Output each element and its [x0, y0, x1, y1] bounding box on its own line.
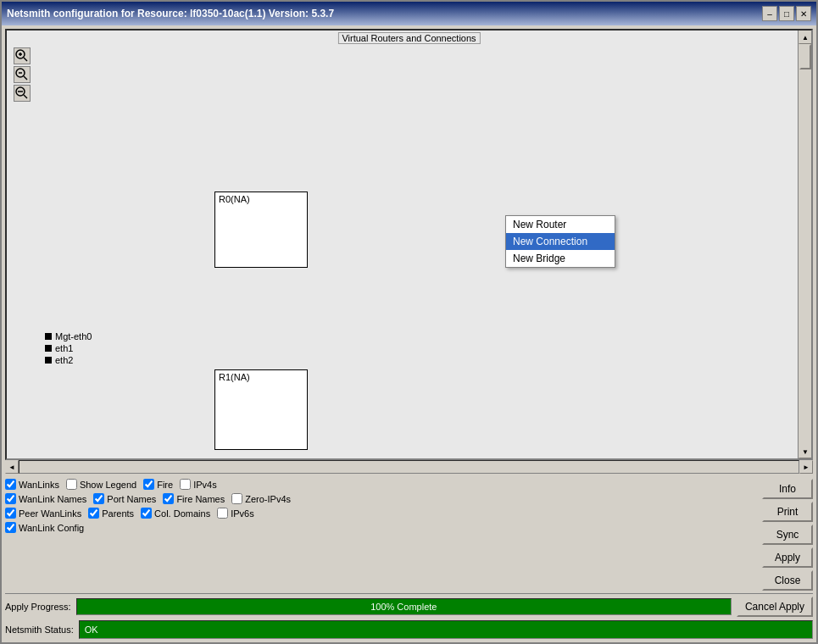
- node-eth2: eth2: [45, 355, 92, 365]
- apply-progress-row: Apply Progress: 100% Complete Cancel App…: [5, 597, 813, 617]
- zoom-controls: [14, 47, 31, 102]
- context-menu-new-router[interactable]: New Router: [506, 216, 615, 233]
- checkbox-fire-names-label: Fire Names: [176, 494, 225, 504]
- checkbox-wanlinks-label: WanLinks: [19, 480, 59, 490]
- checkbox-row-2: WanLink Names Port Names Fire Names: [5, 493, 759, 504]
- checkbox-port-names-input[interactable]: [93, 493, 104, 504]
- checkbox-peer-wanlinks-input[interactable]: [5, 508, 16, 519]
- cancel-apply-button[interactable]: Cancel Apply: [737, 597, 813, 617]
- router-r1-label: R1(NA): [215, 370, 307, 384]
- checkbox-col-domains-input[interactable]: [141, 508, 152, 519]
- apply-button[interactable]: Apply: [762, 547, 813, 568]
- main-window: Netsmith configuration for Resource: lf0…: [0, 0, 818, 644]
- checkbox-show-legend[interactable]: Show Legend: [66, 479, 136, 490]
- node-mgt-eth0-label: Mgt-eth0: [55, 331, 92, 341]
- netsmith-status-row: Netsmith Status: OK: [5, 620, 813, 639]
- checkbox-wanlink-names-input[interactable]: [5, 493, 16, 504]
- checkbox-wanlink-names-label: WanLink Names: [19, 494, 86, 504]
- zoom-reset-button[interactable]: [14, 66, 31, 83]
- main-content: Virtual Routers and Connections R0(NA): [2, 25, 816, 642]
- checkbox-port-names[interactable]: Port Names: [93, 493, 156, 504]
- checkbox-fire-label: Fire: [157, 480, 173, 490]
- maximize-button[interactable]: □: [779, 6, 794, 21]
- scroll-up-button[interactable]: ▲: [799, 31, 812, 44]
- checkbox-ipv6s-label: IPv6s: [231, 508, 254, 519]
- node-eth2-icon: [45, 357, 52, 364]
- checkbox-wanlink-names[interactable]: WanLink Names: [5, 493, 86, 504]
- close-button[interactable]: ✕: [796, 6, 811, 21]
- scroll-right-button[interactable]: ►: [799, 460, 813, 474]
- checkbox-ipv4s[interactable]: IPv4s: [180, 479, 217, 490]
- sync-button[interactable]: Sync: [762, 525, 813, 545]
- checkbox-col-domains[interactable]: Col. Domains: [141, 508, 210, 519]
- checkbox-fire-names[interactable]: Fire Names: [163, 493, 225, 504]
- checkbox-zero-ipv4s[interactable]: Zero-IPv4s: [231, 493, 291, 504]
- scroll-track-h[interactable]: [19, 460, 799, 474]
- checkbox-fire-input[interactable]: [143, 479, 154, 490]
- print-button[interactable]: Print: [762, 502, 813, 522]
- context-menu-new-connection[interactable]: New Connection: [506, 233, 615, 250]
- apply-progress-label: Apply Progress:: [5, 602, 71, 612]
- checkbox-peer-wanlinks[interactable]: Peer WanLinks: [5, 508, 81, 519]
- svg-line-1: [24, 58, 27, 61]
- minimize-button[interactable]: –: [762, 6, 777, 21]
- separator-1: [5, 593, 813, 594]
- checkbox-zero-ipv4s-label: Zero-IPv4s: [245, 494, 291, 504]
- checkbox-ipv6s[interactable]: IPv6s: [217, 508, 254, 519]
- checkbox-wanlinks[interactable]: WanLinks: [5, 479, 59, 490]
- checkbox-col-domains-label: Col. Domains: [154, 508, 210, 519]
- checkbox-show-legend-label: Show Legend: [80, 480, 136, 490]
- checkbox-show-legend-input[interactable]: [66, 479, 77, 490]
- checkbox-row-1: WanLinks Show Legend Fire IPv4s: [5, 479, 759, 490]
- node-eth2-label: eth2: [55, 355, 73, 365]
- scroll-down-button[interactable]: ▼: [799, 445, 812, 458]
- router-r0-label: R0(NA): [215, 192, 307, 206]
- netsmith-status-value: OK: [79, 620, 813, 639]
- info-button[interactable]: Info: [762, 479, 813, 499]
- checkbox-ipv4s-label: IPv4s: [193, 480, 217, 490]
- bottom-panel: WanLinks Show Legend Fire IPv4s: [2, 475, 816, 642]
- checkbox-parents-input[interactable]: [88, 508, 99, 519]
- canvas-label: Virtual Routers and Connections: [337, 32, 480, 44]
- checkbox-wanlinks-input[interactable]: [5, 479, 16, 490]
- checkbox-parents[interactable]: Parents: [88, 508, 134, 519]
- progress-text: 100% Complete: [370, 602, 437, 612]
- checkbox-ipv6s-input[interactable]: [217, 508, 228, 519]
- node-eth1: eth1: [45, 343, 92, 353]
- window-title: Netsmith configuration for Resource: lf0…: [7, 8, 334, 19]
- checkbox-row-4: WanLink Config: [5, 522, 759, 533]
- checkbox-fire-names-input[interactable]: [163, 493, 174, 504]
- zoom-out-button[interactable]: [14, 85, 31, 102]
- checkbox-ipv4s-input[interactable]: [180, 479, 191, 490]
- checkbox-fire[interactable]: Fire: [143, 479, 173, 490]
- svg-line-5: [24, 76, 27, 80]
- title-bar: Netsmith configuration for Resource: lf0…: [2, 2, 816, 25]
- checkbox-wanlink-config-input[interactable]: [5, 522, 16, 533]
- checkbox-parents-label: Parents: [102, 508, 134, 519]
- checkbox-zero-ipv4s-input[interactable]: [231, 493, 242, 504]
- router-r0[interactable]: R0(NA): [214, 192, 308, 268]
- progress-bar-container: 100% Complete: [76, 598, 732, 615]
- scroll-thumb-v[interactable]: [799, 44, 811, 69]
- context-menu-new-bridge[interactable]: New Bridge: [506, 250, 615, 267]
- svg-line-8: [24, 95, 27, 98]
- node-eth1-icon: [45, 345, 52, 352]
- checkbox-port-names-label: Port Names: [107, 494, 156, 504]
- checkbox-wanlink-config[interactable]: WanLink Config: [5, 522, 84, 533]
- title-bar-buttons: – □ ✕: [762, 6, 811, 21]
- close-button-bottom[interactable]: Close: [762, 570, 813, 591]
- vertical-scrollbar[interactable]: ▲ ▼: [798, 31, 811, 458]
- router-r1[interactable]: R1(NA): [214, 369, 308, 450]
- scroll-left-button[interactable]: ◄: [5, 460, 19, 474]
- horizontal-scrollbar-container[interactable]: ◄ ►: [5, 460, 813, 474]
- checkbox-wanlink-config-label: WanLink Config: [19, 523, 84, 533]
- canvas-area[interactable]: Virtual Routers and Connections R0(NA): [5, 29, 813, 460]
- scroll-track-v[interactable]: [799, 44, 811, 445]
- zoom-in-button[interactable]: [14, 47, 31, 64]
- node-mgt-eth0: Mgt-eth0: [45, 331, 92, 341]
- context-menu: New Router New Connection New Bridge: [505, 215, 615, 268]
- checkbox-peer-wanlinks-label: Peer WanLinks: [19, 508, 81, 519]
- network-nodes: Mgt-eth0 eth1 eth2: [45, 331, 92, 367]
- node-eth1-label: eth1: [55, 343, 73, 353]
- node-mgt-eth0-icon: [45, 333, 52, 340]
